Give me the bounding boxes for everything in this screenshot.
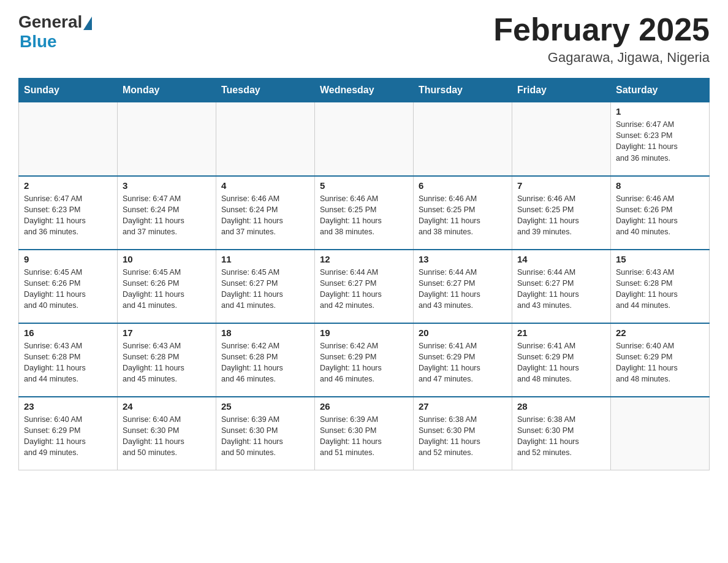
day-info: Sunrise: 6:45 AM Sunset: 6:26 PM Dayligh… [24, 267, 112, 312]
calendar-day-cell: 26Sunrise: 6:39 AM Sunset: 6:30 PM Dayli… [315, 397, 414, 470]
day-info: Sunrise: 6:46 AM Sunset: 6:24 PM Dayligh… [221, 193, 309, 238]
day-info: Sunrise: 6:40 AM Sunset: 6:29 PM Dayligh… [616, 340, 704, 385]
day-info: Sunrise: 6:43 AM Sunset: 6:28 PM Dayligh… [123, 340, 211, 385]
calendar-day-cell: 7Sunrise: 6:46 AM Sunset: 6:25 PM Daylig… [512, 176, 611, 250]
day-info: Sunrise: 6:42 AM Sunset: 6:28 PM Dayligh… [221, 340, 309, 385]
day-info: Sunrise: 6:46 AM Sunset: 6:25 PM Dayligh… [320, 193, 408, 238]
day-number: 13 [419, 254, 507, 264]
day-number: 8 [616, 180, 704, 191]
day-number: 17 [123, 327, 211, 338]
calendar-week-row: 1Sunrise: 6:47 AM Sunset: 6:23 PM Daylig… [19, 102, 710, 176]
calendar-day-cell: 23Sunrise: 6:40 AM Sunset: 6:29 PM Dayli… [19, 397, 118, 470]
title-section: February 2025 Gagarawa, Jigawa, Nigeria [493, 12, 710, 66]
logo-general-text: General [18, 12, 82, 32]
calendar-day-cell: 27Sunrise: 6:38 AM Sunset: 6:30 PM Dayli… [414, 397, 512, 470]
day-info: Sunrise: 6:44 AM Sunset: 6:27 PM Dayligh… [517, 267, 605, 312]
day-number: 25 [221, 401, 309, 412]
day-number: 23 [24, 401, 112, 412]
calendar-day-cell: 11Sunrise: 6:45 AM Sunset: 6:27 PM Dayli… [216, 250, 315, 323]
day-number: 5 [320, 180, 408, 191]
calendar-day-cell: 9Sunrise: 6:45 AM Sunset: 6:26 PM Daylig… [19, 250, 118, 323]
calendar-day-cell: 12Sunrise: 6:44 AM Sunset: 6:27 PM Dayli… [315, 250, 414, 323]
day-number: 14 [517, 254, 605, 264]
day-info: Sunrise: 6:39 AM Sunset: 6:30 PM Dayligh… [320, 414, 408, 459]
calendar-day-cell: 10Sunrise: 6:45 AM Sunset: 6:26 PM Dayli… [118, 250, 216, 323]
calendar-day-cell: 6Sunrise: 6:46 AM Sunset: 6:25 PM Daylig… [414, 176, 512, 250]
calendar-day-cell: 19Sunrise: 6:42 AM Sunset: 6:29 PM Dayli… [315, 323, 414, 397]
logo-blue-text: Blue [20, 32, 57, 52]
calendar-day-cell: 8Sunrise: 6:46 AM Sunset: 6:26 PM Daylig… [611, 176, 710, 250]
calendar-header-row: SundayMondayTuesdayWednesdayThursdayFrid… [19, 79, 710, 102]
calendar-day-cell: 24Sunrise: 6:40 AM Sunset: 6:30 PM Dayli… [118, 397, 216, 470]
calendar-week-row: 23Sunrise: 6:40 AM Sunset: 6:29 PM Dayli… [19, 397, 710, 470]
day-info: Sunrise: 6:45 AM Sunset: 6:26 PM Dayligh… [123, 267, 211, 312]
page-header: General Blue February 2025 Gagarawa, Jig… [18, 12, 710, 66]
day-number: 19 [320, 327, 408, 338]
logo-triangle-icon [83, 17, 92, 30]
day-number: 24 [123, 401, 211, 412]
day-info: Sunrise: 6:38 AM Sunset: 6:30 PM Dayligh… [419, 414, 507, 459]
day-info: Sunrise: 6:46 AM Sunset: 6:25 PM Dayligh… [419, 193, 507, 238]
logo: General Blue [18, 12, 92, 52]
day-number: 10 [123, 254, 211, 264]
calendar-day-cell [315, 102, 414, 176]
day-info: Sunrise: 6:44 AM Sunset: 6:27 PM Dayligh… [320, 267, 408, 312]
calendar-day-cell: 16Sunrise: 6:43 AM Sunset: 6:28 PM Dayli… [19, 323, 118, 397]
calendar-day-cell [216, 102, 315, 176]
day-number: 7 [517, 180, 605, 191]
calendar-day-cell [611, 397, 710, 470]
day-number: 1 [616, 106, 704, 117]
calendar-day-cell: 22Sunrise: 6:40 AM Sunset: 6:29 PM Dayli… [611, 323, 710, 397]
page-subtitle: Gagarawa, Jigawa, Nigeria [493, 50, 710, 66]
day-number: 26 [320, 401, 408, 412]
calendar-table: SundayMondayTuesdayWednesdayThursdayFrid… [18, 78, 710, 470]
calendar-day-header: Friday [512, 79, 611, 102]
day-info: Sunrise: 6:40 AM Sunset: 6:30 PM Dayligh… [123, 414, 211, 459]
day-number: 4 [221, 180, 309, 191]
calendar-day-cell [19, 102, 118, 176]
day-number: 18 [221, 327, 309, 338]
page-title: February 2025 [493, 12, 710, 47]
calendar-day-cell: 13Sunrise: 6:44 AM Sunset: 6:27 PM Dayli… [414, 250, 512, 323]
calendar-day-header: Thursday [414, 79, 512, 102]
day-info: Sunrise: 6:46 AM Sunset: 6:26 PM Dayligh… [616, 193, 704, 238]
day-number: 2 [24, 180, 112, 191]
day-info: Sunrise: 6:47 AM Sunset: 6:23 PM Dayligh… [616, 119, 704, 164]
day-number: 28 [517, 401, 605, 412]
calendar-day-cell [414, 102, 512, 176]
calendar-day-cell: 3Sunrise: 6:47 AM Sunset: 6:24 PM Daylig… [118, 176, 216, 250]
calendar-day-cell: 28Sunrise: 6:38 AM Sunset: 6:30 PM Dayli… [512, 397, 611, 470]
calendar-week-row: 9Sunrise: 6:45 AM Sunset: 6:26 PM Daylig… [19, 250, 710, 323]
day-info: Sunrise: 6:44 AM Sunset: 6:27 PM Dayligh… [419, 267, 507, 312]
day-info: Sunrise: 6:45 AM Sunset: 6:27 PM Dayligh… [221, 267, 309, 312]
day-info: Sunrise: 6:47 AM Sunset: 6:23 PM Dayligh… [24, 193, 112, 238]
day-number: 27 [419, 401, 507, 412]
day-info: Sunrise: 6:38 AM Sunset: 6:30 PM Dayligh… [517, 414, 605, 459]
calendar-day-cell: 18Sunrise: 6:42 AM Sunset: 6:28 PM Dayli… [216, 323, 315, 397]
day-number: 16 [24, 327, 112, 338]
calendar-week-row: 2Sunrise: 6:47 AM Sunset: 6:23 PM Daylig… [19, 176, 710, 250]
day-number: 6 [419, 180, 507, 191]
day-info: Sunrise: 6:42 AM Sunset: 6:29 PM Dayligh… [320, 340, 408, 385]
calendar-day-header: Saturday [611, 79, 710, 102]
day-info: Sunrise: 6:43 AM Sunset: 6:28 PM Dayligh… [24, 340, 112, 385]
day-info: Sunrise: 6:47 AM Sunset: 6:24 PM Dayligh… [123, 193, 211, 238]
calendar-day-cell [512, 102, 611, 176]
calendar-day-cell: 15Sunrise: 6:43 AM Sunset: 6:28 PM Dayli… [611, 250, 710, 323]
day-info: Sunrise: 6:46 AM Sunset: 6:25 PM Dayligh… [517, 193, 605, 238]
day-number: 21 [517, 327, 605, 338]
calendar-day-cell: 14Sunrise: 6:44 AM Sunset: 6:27 PM Dayli… [512, 250, 611, 323]
calendar-day-cell [118, 102, 216, 176]
day-info: Sunrise: 6:41 AM Sunset: 6:29 PM Dayligh… [517, 340, 605, 385]
calendar-day-cell: 1Sunrise: 6:47 AM Sunset: 6:23 PM Daylig… [611, 102, 710, 176]
day-info: Sunrise: 6:39 AM Sunset: 6:30 PM Dayligh… [221, 414, 309, 459]
calendar-day-cell: 2Sunrise: 6:47 AM Sunset: 6:23 PM Daylig… [19, 176, 118, 250]
calendar-day-cell: 4Sunrise: 6:46 AM Sunset: 6:24 PM Daylig… [216, 176, 315, 250]
day-info: Sunrise: 6:41 AM Sunset: 6:29 PM Dayligh… [419, 340, 507, 385]
calendar-day-cell: 25Sunrise: 6:39 AM Sunset: 6:30 PM Dayli… [216, 397, 315, 470]
calendar-day-header: Wednesday [315, 79, 414, 102]
day-number: 3 [123, 180, 211, 191]
day-info: Sunrise: 6:40 AM Sunset: 6:29 PM Dayligh… [24, 414, 112, 459]
calendar-day-cell: 21Sunrise: 6:41 AM Sunset: 6:29 PM Dayli… [512, 323, 611, 397]
day-number: 15 [616, 254, 704, 264]
